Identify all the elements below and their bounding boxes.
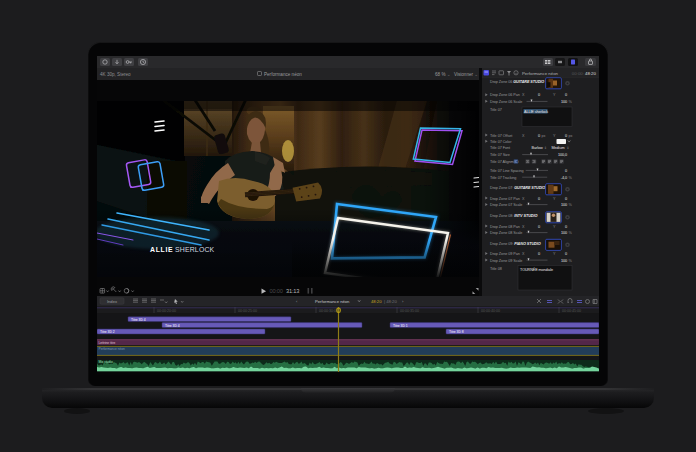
svg-text:Performance néon: Performance néon <box>99 347 125 351</box>
svg-text:Lettrine titre: Lettrine titre <box>99 341 116 345</box>
svg-text:48:20: 48:20 <box>585 71 597 76</box>
svg-text:ALLIE sherlock: ALLIE sherlock <box>524 110 548 114</box>
svg-text:Visionner ⌄: Visionner ⌄ <box>454 72 478 77</box>
svg-text:Drop Zone 08 Pan: Drop Zone 08 Pan <box>490 225 520 229</box>
svg-text:Titre 3D 1: Titre 3D 1 <box>393 324 408 328</box>
svg-text:00:00:45:00: 00:00:45:00 <box>562 309 581 313</box>
svg-text:Medium: Medium <box>552 146 565 150</box>
svg-text:0: 0 <box>538 134 540 138</box>
svg-text:Drop Zone 06 GUITARE STUDIO: Drop Zone 06 GUITARE STUDIO <box>490 80 544 84</box>
svg-text:Drop Zone 09 Scale: Drop Zone 09 Scale <box>490 259 522 263</box>
svg-text:Titre 3D 4: Titre 3D 4 <box>131 318 146 322</box>
svg-text:00:00:25:00: 00:00:25:00 <box>238 309 257 313</box>
svg-text:px: px <box>569 134 573 138</box>
svg-text:0: 0 <box>565 252 567 256</box>
svg-text:0: 0 <box>565 169 567 173</box>
svg-text:Title 07 Tracking: Title 07 Tracking <box>490 176 516 180</box>
svg-text:0: 0 <box>565 225 567 229</box>
svg-text:31:13: 31:13 <box>286 288 299 294</box>
svg-text:Drop Zone 09 Pan: Drop Zone 09 Pan <box>490 252 520 256</box>
svg-text:Drop Zone 08: INTV STUDIO: Drop Zone 08: INTV STUDIO <box>490 214 537 218</box>
svg-text:48:20: 48:20 <box>371 299 382 304</box>
svg-text:Performance néon: Performance néon <box>315 299 350 304</box>
svg-text:0: 0 <box>538 252 540 256</box>
svg-text:00:00:20:00: 00:00:20:00 <box>157 309 176 313</box>
svg-text:Performance néon: Performance néon <box>264 72 302 77</box>
svg-text:| 48:20: | 48:20 <box>384 299 397 304</box>
svg-text:100: 100 <box>561 259 567 263</box>
svg-text:0: 0 <box>565 93 567 97</box>
svg-text:00:00: 00:00 <box>270 288 283 294</box>
svg-text:Title 07 Color: Title 07 Color <box>490 140 512 144</box>
svg-text:⇕: ⇕ <box>567 146 570 150</box>
svg-text:00:00:: 00:00: <box>572 71 584 76</box>
svg-text:Drop Zone 08 Scale: Drop Zone 08 Scale <box>490 231 522 235</box>
svg-text:Drop Zone 06 Scale: Drop Zone 06 Scale <box>490 100 522 104</box>
svg-text:100: 100 <box>561 203 567 207</box>
svg-text:Mix studio: Mix studio <box>99 360 114 364</box>
svg-text:0: 0 <box>565 134 567 138</box>
svg-text:0: 0 <box>538 225 540 229</box>
svg-text:⇕: ⇕ <box>544 146 547 150</box>
svg-text:0: 0 <box>565 197 567 201</box>
svg-text:Title 07: Title 07 <box>490 108 502 112</box>
svg-text:68 % ⌄: 68 % ⌄ <box>435 72 451 77</box>
svg-text:px: px <box>542 134 546 138</box>
svg-text:Title 07 Size: Title 07 Size <box>490 153 510 157</box>
svg-text:Drop Zone 06 Pan: Drop Zone 06 Pan <box>490 93 520 97</box>
svg-text:TOURNÉE mondiale: TOURNÉE mondiale <box>520 267 553 272</box>
svg-text:100,0: 100,0 <box>558 153 567 157</box>
svg-text:00:00:35:00: 00:00:35:00 <box>400 309 419 313</box>
svg-text:0: 0 <box>538 197 540 201</box>
svg-text:Drop Zone 09: PIANO STUDIO: Drop Zone 09: PIANO STUDIO <box>490 242 541 246</box>
svg-text:4K 30p, Stereo: 4K 30p, Stereo <box>100 72 131 77</box>
svg-text:Drop Zone 07: GUITARE STUDIO: Drop Zone 07: GUITARE STUDIO <box>490 186 545 190</box>
svg-text:100: 100 <box>561 231 567 235</box>
svg-text:Title 08: Title 08 <box>490 267 502 271</box>
svg-text:Titre 3D 2: Titre 3D 2 <box>100 330 115 334</box>
svg-text:Performance néon: Performance néon <box>522 71 559 76</box>
svg-text:Title 07 Line Spacing: Title 07 Line Spacing <box>490 169 524 173</box>
svg-text:Title 07 Offset: Title 07 Offset <box>490 134 513 138</box>
svg-text:Index: Index <box>107 299 118 304</box>
svg-text:Barlow: Barlow <box>532 146 543 150</box>
svg-text:00:00:30:00: 00:00:30:00 <box>319 309 338 313</box>
svg-text:Titre 3D 4: Titre 3D 4 <box>165 324 180 328</box>
svg-text:00:00:40:00: 00:00:40:00 <box>481 309 500 313</box>
svg-text:Title 07 Font: Title 07 Font <box>490 146 511 150</box>
svg-text:0: 0 <box>538 93 540 97</box>
svg-text:Titre 3D 8: Titre 3D 8 <box>449 330 464 334</box>
svg-text:-4,0: -4,0 <box>561 176 567 180</box>
svg-text:Drop Zone 07 Pan: Drop Zone 07 Pan <box>490 197 520 201</box>
svg-text:ALLIESHERLOCK: ALLIESHERLOCK <box>150 246 215 253</box>
svg-text:100: 100 <box>561 100 567 104</box>
svg-text:Drop Zone 07 Scale: Drop Zone 07 Scale <box>490 203 522 207</box>
